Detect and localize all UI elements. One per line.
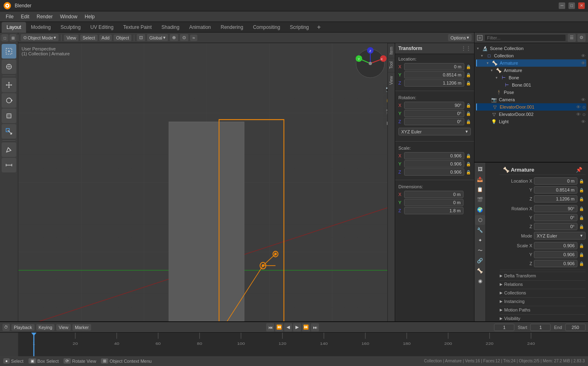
prop-rot-z-value[interactable]: 0° xyxy=(534,223,577,230)
tab-scripting[interactable]: Scripting xyxy=(285,22,314,33)
armature-visible[interactable]: 👁 xyxy=(581,61,586,65)
rotation-x-lock[interactable]: 🔒 xyxy=(466,103,471,108)
tab-texture-paint[interactable]: Texture Paint xyxy=(118,22,157,33)
location-x-input[interactable]: 0 m xyxy=(404,63,464,70)
tool-annotate[interactable] xyxy=(2,142,16,157)
expand-collection[interactable]: ▾ xyxy=(481,54,485,58)
play-btn[interactable]: ▶ xyxy=(293,323,301,331)
elevatordoor-002-render[interactable]: ⊙ xyxy=(582,112,586,117)
side-tab-item[interactable]: Item xyxy=(388,43,395,58)
object-mode-selector[interactable]: ⊙ Object Mode ▾ xyxy=(21,34,59,41)
elevatordoor-002-visible[interactable]: 👁 xyxy=(576,112,581,117)
transform-pivot[interactable]: ⊡ xyxy=(137,34,145,41)
prop-mode-selector[interactable]: XYZ Euler ▾ xyxy=(534,232,586,240)
menu-window[interactable]: Window xyxy=(57,13,81,20)
maximize-button[interactable]: □ xyxy=(568,2,575,9)
section-visibility[interactable]: ▶ Visibility xyxy=(500,314,586,321)
tool-header-1[interactable]: ⟳ xyxy=(0,34,0,41)
dim-x-input[interactable]: 0 m xyxy=(404,191,463,198)
outliner-search-input[interactable] xyxy=(484,34,566,41)
prop-scale-z-value[interactable]: 0.906 xyxy=(534,260,577,267)
prop-icon-constraints[interactable]: 🔗 xyxy=(475,256,485,266)
prop-icon-world[interactable]: 🌍 xyxy=(475,205,485,215)
expand-armature[interactable]: ▾ xyxy=(487,61,491,65)
prop-loc-x-lock[interactable]: 🔒 xyxy=(579,179,586,183)
section-motion-paths[interactable]: ▶ Motion Paths xyxy=(500,306,586,314)
dim-z-input[interactable]: 1.8 m xyxy=(404,207,463,214)
jump-start-btn[interactable]: ⏮ xyxy=(266,323,274,331)
tool-move[interactable] xyxy=(2,78,16,92)
section-collections[interactable]: ▶ Collections xyxy=(500,289,586,296)
tab-add-button[interactable]: + xyxy=(314,23,324,32)
rotation-z-input[interactable]: 0° xyxy=(404,118,464,125)
prop-pin-icon[interactable]: 📌 xyxy=(576,167,582,173)
rotation-y-input[interactable]: 0° xyxy=(404,110,464,117)
outliner-filter-btn[interactable]: ☰ xyxy=(568,34,576,42)
ol-elevatordoor-002[interactable]: ▽ ElevatorDoor.002 👁 ⊙ xyxy=(476,111,586,118)
tab-uv-editing[interactable]: UV Editing xyxy=(85,22,118,33)
ol-camera[interactable]: 📷 Camera 👁 xyxy=(476,96,586,103)
tool-transform[interactable] xyxy=(2,124,16,139)
snap-toggle[interactable]: ⊕ xyxy=(170,34,178,41)
timeline-ruler[interactable]: 1 20 40 60 80 100 120 140 160 180 xyxy=(18,333,588,356)
show-gizmo[interactable]: ≈ xyxy=(190,35,197,41)
prop-loc-y-value[interactable]: 0.8514 m xyxy=(534,186,577,194)
prop-loc-x-value[interactable]: 0 m xyxy=(534,177,577,185)
end-frame-input[interactable] xyxy=(565,324,586,331)
tab-animation[interactable]: Animation xyxy=(184,22,216,33)
ol-light[interactable]: 💡 Light 👁 xyxy=(476,118,586,125)
expand-armature-data[interactable]: ▾ xyxy=(491,68,495,72)
close-button[interactable]: ✕ xyxy=(578,2,585,9)
next-frame-btn[interactable]: ⏩ xyxy=(302,323,310,331)
select-menu[interactable]: Select xyxy=(80,35,98,41)
side-tab-view[interactable]: View xyxy=(388,72,395,88)
section-relations[interactable]: ▶ Relations xyxy=(500,280,586,288)
prop-scale-z-lock[interactable]: 🔒 xyxy=(579,261,586,266)
ol-elevatordoor-001[interactable]: ▽ ElevatorDoor.001 👁 ⊙ xyxy=(476,103,586,111)
minimize-button[interactable]: ─ xyxy=(559,2,565,9)
rotation-y-lock[interactable]: 🔒 xyxy=(466,111,471,116)
current-frame-input[interactable] xyxy=(494,324,514,331)
prop-scale-y-value[interactable]: 0.906 xyxy=(534,251,577,258)
prop-rot-y-lock[interactable]: 🔒 xyxy=(579,216,586,220)
tool-measure[interactable] xyxy=(2,158,16,172)
view-menu[interactable]: View xyxy=(64,35,79,41)
proportional-edit[interactable]: ⊙ xyxy=(180,34,188,41)
options-button[interactable]: Options ▾ xyxy=(448,34,472,41)
prop-loc-y-lock[interactable]: 🔒 xyxy=(579,188,586,192)
section-instancing[interactable]: ▶ Instancing xyxy=(500,297,586,305)
ol-collection[interactable]: ▾ □ Collection 👁 xyxy=(476,52,586,59)
elevatordoor-001-render[interactable]: ⊙ xyxy=(582,105,586,109)
viewport-gizmo[interactable]: X Y Z xyxy=(354,47,387,80)
scale-y-input[interactable]: 0.906 xyxy=(404,160,464,168)
collection-visible[interactable]: 👁 xyxy=(581,53,586,58)
rotation-mode-selector[interactable]: XYZ Euler ▾ xyxy=(398,128,471,135)
prop-icon-scene[interactable]: 🎬 xyxy=(475,195,485,205)
object-menu[interactable]: Object xyxy=(114,35,131,41)
elevatordoor-001-visible[interactable]: 👁 xyxy=(576,105,581,109)
tool-header-2[interactable]: □ xyxy=(1,34,9,41)
location-y-input[interactable]: 0.8514 m xyxy=(404,71,464,78)
tool-rotate[interactable] xyxy=(2,93,16,108)
prop-rot-x-value[interactable]: 90° xyxy=(534,205,577,212)
scale-z-input[interactable]: 0.906 xyxy=(404,168,464,176)
location-z-input[interactable]: 1.1206 m xyxy=(404,79,464,87)
viewport[interactable]: User Perspective (1) Collection | Armatu… xyxy=(18,43,395,321)
scale-z-lock[interactable]: 🔒 xyxy=(466,170,471,174)
menu-file[interactable]: File xyxy=(2,13,17,20)
view-menu-tl[interactable]: View xyxy=(56,324,71,331)
tab-modeling[interactable]: Modeling xyxy=(26,22,56,33)
prop-rot-y-value[interactable]: 0° xyxy=(534,214,577,221)
tool-select-box[interactable] xyxy=(2,44,16,59)
ol-pose[interactable]: 🕴 Pose xyxy=(476,89,586,96)
ol-armature-data[interactable]: ▾ 🦴 Armature xyxy=(476,67,586,74)
rotation-z-lock[interactable]: 🔒 xyxy=(466,120,471,124)
jump-end-btn[interactable]: ⏭ xyxy=(311,323,319,331)
timeline-icon[interactable]: ⏱ xyxy=(2,324,10,331)
scale-x-input[interactable]: 0.906 xyxy=(404,152,464,159)
ol-bone[interactable]: ▾ ⊢ Bone xyxy=(476,74,586,81)
playback-menu[interactable]: Playback xyxy=(11,324,35,331)
keying-menu[interactable]: Keying xyxy=(36,324,55,331)
prop-icon-view-layer[interactable]: 📋 xyxy=(475,185,485,194)
prop-rot-z-lock[interactable]: 🔒 xyxy=(579,224,586,229)
